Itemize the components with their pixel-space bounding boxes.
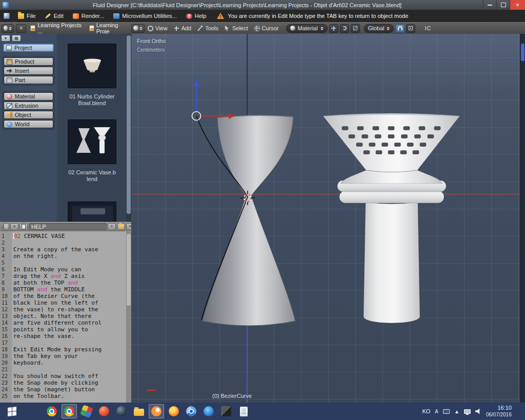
new-text-button[interactable]: + — [108, 223, 116, 230]
editor-line[interactable]: 21 — [0, 366, 131, 373]
tray-expand-icon[interactable]: ▲ — [454, 409, 459, 414]
viewport-menu-cursor[interactable]: Cursor — [251, 25, 282, 31]
editor-line[interactable]: 3Create a copy of the vase — [0, 246, 131, 253]
menu-microvellum-utilities[interactable]: Microvellum Utilities... — [109, 10, 181, 22]
editor-line[interactable]: 5 — [0, 259, 131, 266]
transform-manipulator[interactable] — [192, 79, 235, 121]
scrollbar-thumb[interactable] — [127, 234, 131, 306]
editor-line[interactable]: 12the vase) to re-shape the — [0, 306, 131, 313]
sidebar-item-part[interactable]: Part — [4, 76, 53, 84]
menu-help[interactable]: Help — [181, 10, 211, 22]
writer-taskbar-button[interactable] — [236, 404, 251, 418]
editor-line[interactable]: 6In Edit Mode you can — [0, 266, 131, 273]
sidebar-item-insert[interactable]: Insert — [4, 67, 53, 75]
panel-editor-type-button[interactable] — [2, 24, 14, 33]
shading-mode-dropdown[interactable]: Material — [286, 24, 328, 33]
keyboard-icon[interactable] — [443, 409, 450, 414]
open-text-button[interactable] — [117, 223, 125, 230]
render-ic-icon[interactable]: IC — [425, 25, 431, 31]
snap-magnet-button[interactable] — [395, 24, 405, 33]
edit-vase-model[interactable] — [203, 115, 295, 326]
editor-line[interactable]: 102 CERMAIC VASE — [0, 233, 131, 239]
editor-line[interactable]: 18Exit Edit Mode by pressing — [0, 346, 131, 353]
editor-line[interactable]: 7drag the X and Z axis — [0, 273, 131, 279]
globe-taskbar-button[interactable] — [201, 404, 216, 418]
sidebar-item-project[interactable]: Project — [3, 44, 54, 52]
file-item[interactable]: 01 Nurbs CylinderBowl.blend — [64, 44, 120, 107]
network-icon[interactable] — [464, 409, 471, 414]
text-editor-body[interactable]: 102 CERMAIC VASE23Create a copy of the v… — [0, 231, 131, 403]
explorer-taskbar-button[interactable] — [131, 404, 147, 418]
file-browser-scr ollbar[interactable] — [126, 34, 131, 222]
tab-learning-projects-1[interactable]: Learning Projects ... — [28, 22, 85, 35]
text-menu-button[interactable]: ≡ — [10, 223, 18, 230]
scrollbar-thumb[interactable] — [521, 44, 524, 61]
blender-taskbar-button[interactable] — [149, 404, 164, 418]
chrome-taskbar-button[interactable] — [44, 404, 59, 418]
file-thumbnail[interactable] — [68, 44, 116, 88]
viewport-scrollbar[interactable] — [520, 34, 525, 403]
editor-line[interactable]: 2 — [0, 239, 131, 246]
text-name-field[interactable] — [29, 223, 107, 230]
z-axis-arrowhead[interactable] — [193, 79, 199, 86]
taskbar-clock[interactable]: 16:10 06/07/2016 — [486, 405, 512, 418]
display-mode-button[interactable]: ▦ — [12, 35, 21, 42]
pinwheel-taskbar-button[interactable] — [79, 404, 94, 418]
start-button[interactable] — [0, 403, 24, 420]
maximize-button[interactable] — [496, 0, 510, 10]
editor-line[interactable]: 19the Tab key on your — [0, 353, 131, 359]
volume-icon[interactable] — [475, 409, 481, 414]
viewport-menu-tools[interactable]: Tools — [194, 25, 221, 31]
firefox-taskbar-button[interactable] — [166, 404, 181, 418]
file-thumbnail[interactable] — [68, 202, 116, 222]
panel-menu-button[interactable]: ≡ — [16, 24, 26, 33]
sidebar-item-material[interactable]: Material — [4, 92, 53, 101]
close-button[interactable]: × — [510, 0, 525, 10]
editor-line[interactable]: 8at both the TOP and — [0, 279, 131, 286]
sidebar-item-object[interactable]: Object — [4, 111, 53, 119]
red-ball-taskbar-button[interactable] — [96, 404, 112, 418]
text-editor-type-button[interactable] — [1, 223, 9, 230]
viewport-menu-add[interactable]: Add — [171, 25, 195, 31]
rotate-manipulator-button[interactable] — [340, 24, 349, 33]
editor-line[interactable]: 17 — [0, 339, 131, 346]
editor-line[interactable]: 9BOTTOM and the MIDDLE — [0, 286, 131, 293]
orientation-dropdown[interactable]: Global — [364, 24, 394, 33]
text-editor-scrollbar[interactable] — [126, 232, 131, 403]
editor-line[interactable]: 24the Snap (magnet) button — [0, 386, 131, 393]
editor-line[interactable]: 22You should now switch off — [0, 373, 131, 379]
editor-line[interactable]: 25on the Toolbar. — [0, 393, 131, 399]
editor-line[interactable]: 16re-shape the vase. — [0, 333, 131, 339]
translate-manipulator-button[interactable] — [329, 24, 338, 33]
ime-indicator[interactable]: KO — [422, 408, 430, 414]
sidebar-item-product[interactable]: Product — [4, 57, 53, 66]
3d-viewport[interactable]: Front Ortho Centimeters (0) BezierCurve — [131, 34, 520, 403]
chromium-taskbar-button[interactable] — [184, 404, 199, 418]
file-item[interactable]: 02 Ceramic Vase.blend — [64, 119, 120, 183]
menu-render[interactable]: Render... — [68, 10, 109, 22]
inkscape-taskbar-button[interactable] — [218, 404, 234, 418]
sidebar-item-world[interactable]: World — [4, 120, 53, 128]
lang-indicator[interactable]: A — [435, 409, 438, 414]
snap-element-button[interactable] — [406, 24, 415, 33]
viewport-editor-type-button[interactable] — [131, 24, 145, 33]
viewport-menu-view[interactable]: View — [145, 25, 171, 31]
editor-line[interactable]: 4on the right. — [0, 253, 131, 259]
menu-edit[interactable]: Edit — [41, 10, 68, 22]
editor-line[interactable]: 11black line on the left of — [0, 299, 131, 306]
menu-file[interactable]: File — [13, 10, 41, 22]
editor-line[interactable]: 15points to allow you to — [0, 326, 131, 333]
file-item[interactable] — [68, 202, 116, 222]
sidebar-item-extrusion[interactable]: Extrusion — [4, 102, 53, 110]
file-thumbnail[interactable] — [68, 119, 116, 164]
tab-learning-projects-2[interactable]: Learning Proje — [87, 22, 131, 35]
minimize-button[interactable] — [483, 0, 496, 10]
editor-line[interactable]: 20keyboard. — [0, 359, 131, 366]
editor-line[interactable]: 23the Snap mode by clicking — [0, 379, 131, 386]
editor-line[interactable]: 13object. Note that there — [0, 313, 131, 319]
chrome-taskbar-button[interactable] — [62, 404, 77, 418]
app-menu-icon[interactable] — [3, 12, 10, 19]
ceramic-vase-model[interactable] — [323, 113, 460, 323]
browser-menu-button[interactable]: ▾ — [1, 35, 10, 42]
text-toggle-button[interactable] — [19, 223, 28, 230]
